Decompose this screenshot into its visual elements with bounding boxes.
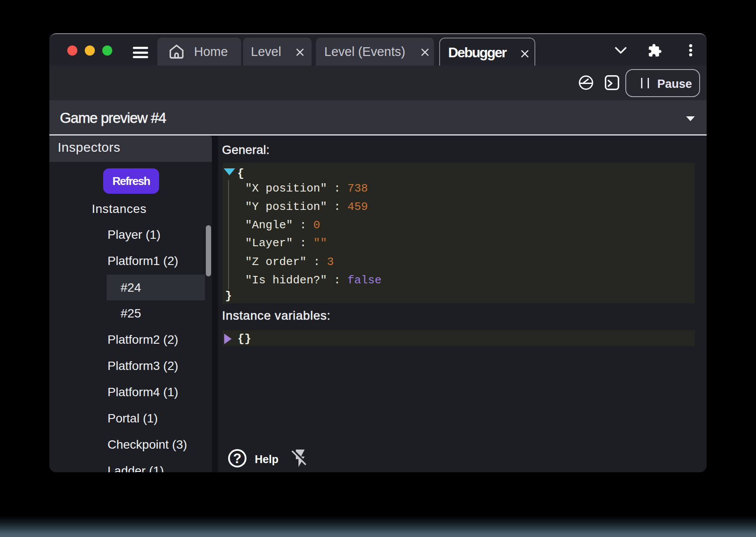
svg-text:?: ?	[233, 451, 242, 466]
